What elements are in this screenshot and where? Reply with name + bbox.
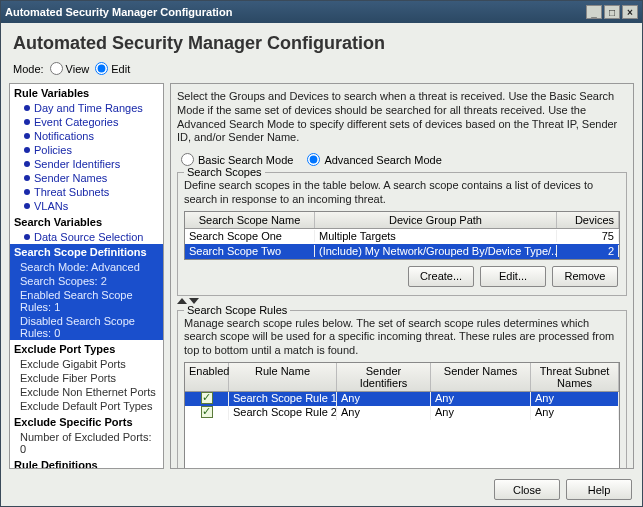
dialog-footer: Close Help (1, 473, 642, 506)
sidebar-item[interactable]: Sender Names (10, 171, 163, 185)
table-row[interactable]: Search Scope Rule 2 Any Any Any (185, 406, 619, 420)
mode-view-radio[interactable] (50, 62, 63, 75)
window-title: Automated Security Manager Configuration (5, 6, 584, 18)
sidebar-heading-exclude-port-types: Exclude Port Types (10, 340, 163, 357)
sidebar-subline: Search Mode: Advanced (10, 260, 163, 274)
bullet-icon (24, 133, 30, 139)
minimize-button[interactable]: _ (586, 5, 602, 19)
table-row-selected[interactable]: Search Scope Two (Include) My Network/Gr… (185, 244, 619, 259)
col-rule-name[interactable]: Rule Name (229, 363, 337, 391)
table-row[interactable]: Search Scope One Multiple Targets 75 (185, 229, 619, 244)
enabled-cell[interactable] (185, 392, 229, 406)
bullet-icon (24, 161, 30, 167)
bullet-icon (24, 105, 30, 111)
sidebar-item-data-source[interactable]: Data Source Selection (10, 230, 163, 244)
sidebar-item-search-scope-definitions[interactable]: Search Scope Definitions (10, 244, 163, 260)
col-sender-names[interactable]: Sender Names (431, 363, 531, 391)
search-scopes-description: Define search scopes in the table below.… (184, 179, 620, 207)
table-row-selected[interactable]: Search Scope Rule 1 Any Any Any (185, 392, 619, 406)
content-area: Rule Variables Day and Time Ranges Event… (1, 79, 642, 473)
col-devices[interactable]: Devices (557, 212, 619, 228)
sidebar-item[interactable]: Policies (10, 143, 163, 157)
create-scope-button[interactable]: Create... (408, 266, 474, 287)
main-panel: Select the Groups and Devices to search … (170, 83, 634, 469)
col-scope-name[interactable]: Search Scope Name (185, 212, 315, 228)
edit-scope-button[interactable]: Edit... (480, 266, 546, 287)
mode-edit-radio[interactable] (95, 62, 108, 75)
mode-view-option[interactable]: View (50, 62, 90, 75)
bullet-icon (24, 147, 30, 153)
search-scopes-fieldset: Search Scopes Define search scopes in th… (177, 172, 627, 296)
sidebar-heading-exclude-specific-ports: Exclude Specific Ports (10, 413, 163, 430)
sidebar-subline: Enabled Search Scope Rules: 1 (10, 288, 163, 314)
basic-search-radio[interactable] (181, 153, 194, 166)
bullet-icon (24, 119, 30, 125)
titlebar: Automated Security Manager Configuration… (1, 1, 642, 23)
sidebar-line[interactable]: Number of Excluded Ports: 0 (10, 430, 163, 456)
sidebar-item[interactable]: Day and Time Ranges (10, 101, 163, 115)
bullet-icon (24, 189, 30, 195)
close-button[interactable]: × (622, 5, 638, 19)
sidebar-item[interactable]: Threat Subnets (10, 185, 163, 199)
scope-buttons: Create... Edit... Remove (184, 260, 620, 289)
enabled-cell[interactable] (185, 406, 229, 420)
search-scopes-table[interactable]: Search Scope Name Device Group Path Devi… (184, 211, 620, 260)
search-scope-rules-table[interactable]: Enabled Rule Name Sender Identifiers Sen… (184, 362, 620, 392)
sidebar-line[interactable]: Exclude Non Ethernet Ports (10, 385, 163, 399)
sidebar[interactable]: Rule Variables Day and Time Ranges Event… (9, 83, 164, 469)
page-title: Automated Security Manager Configuration (1, 23, 642, 60)
sidebar-line[interactable]: Exclude Default Port Types (10, 399, 163, 413)
mode-label: Mode: (13, 63, 44, 75)
advanced-search-radio[interactable] (307, 153, 320, 166)
search-scopes-legend: Search Scopes (184, 166, 265, 178)
bullet-icon (24, 203, 30, 209)
rules-table-body: Search Scope Rule 1 Any Any Any Search S… (184, 392, 620, 469)
col-sender-identifiers[interactable]: Sender Identifiers (337, 363, 431, 391)
mode-row: Mode: View Edit (1, 60, 642, 79)
sidebar-item[interactable]: Event Categories (10, 115, 163, 129)
advanced-search-mode-option[interactable]: Advanced Search Mode (307, 153, 441, 166)
sidebar-heading-rule-variables: Rule Variables (10, 84, 163, 101)
close-dialog-button[interactable]: Close (494, 479, 560, 500)
sidebar-subline: Disabled Search Scope Rules: 0 (10, 314, 163, 340)
sidebar-item[interactable]: Sender Identifiers (10, 157, 163, 171)
bullet-icon (24, 175, 30, 181)
table-body: Search Scope One Multiple Targets 75 Sea… (185, 229, 619, 259)
sidebar-item[interactable]: VLANs (10, 199, 163, 213)
col-threat-subnet-names[interactable]: Threat Subnet Names (531, 363, 619, 391)
search-scope-rules-fieldset: Search Scope Rules Manage search scope r… (177, 310, 627, 470)
sidebar-line[interactable]: Exclude Fiber Ports (10, 371, 163, 385)
search-scope-rules-legend: Search Scope Rules (184, 304, 290, 316)
basic-search-mode-option[interactable]: Basic Search Mode (181, 153, 293, 166)
sidebar-line[interactable]: Exclude Gigabit Ports (10, 357, 163, 371)
checkbox-checked-icon[interactable] (201, 406, 213, 418)
sidebar-heading-search-variables: Search Variables (10, 213, 163, 230)
sidebar-subline: Search Scopes: 2 (10, 274, 163, 288)
sidebar-heading-rule-definitions: Rule Definitions (10, 456, 163, 469)
remove-scope-button[interactable]: Remove (552, 266, 618, 287)
mode-edit-option[interactable]: Edit (95, 62, 130, 75)
rules-table-header: Enabled Rule Name Sender Identifiers Sen… (185, 363, 619, 392)
intro-text: Select the Groups and Devices to search … (177, 90, 627, 145)
checkbox-checked-icon[interactable] (201, 392, 213, 404)
sidebar-item[interactable]: Notifications (10, 129, 163, 143)
help-button[interactable]: Help (566, 479, 632, 500)
config-window: Automated Security Manager Configuration… (0, 0, 643, 507)
maximize-button[interactable]: □ (604, 5, 620, 19)
col-device-group-path[interactable]: Device Group Path (315, 212, 557, 228)
table-header: Search Scope Name Device Group Path Devi… (185, 212, 619, 229)
search-scope-rules-description: Manage search scope rules below. The set… (184, 317, 620, 358)
col-enabled[interactable]: Enabled (185, 363, 229, 391)
bullet-icon (24, 234, 30, 240)
